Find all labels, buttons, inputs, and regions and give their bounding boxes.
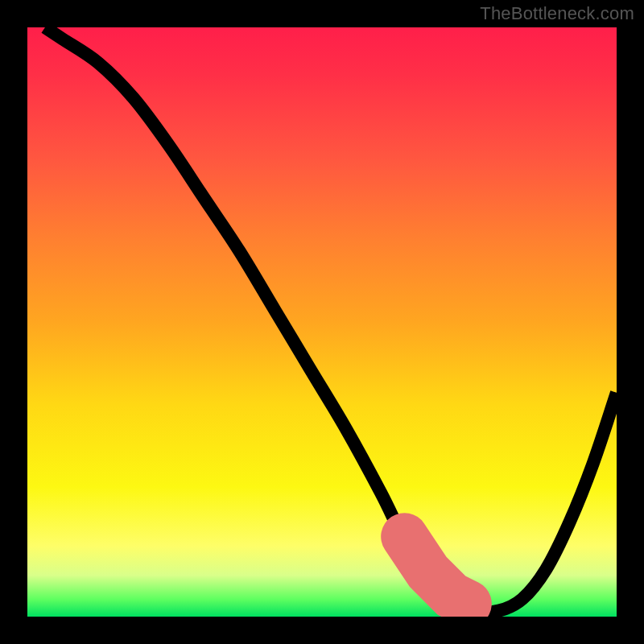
bottleneck-curve-line [45,27,617,613]
chart-plot-area [27,27,617,617]
watermark-text: TheBottleneck.com [480,3,634,24]
optimum-range-marker [404,536,522,607]
chart-svg [27,27,617,617]
